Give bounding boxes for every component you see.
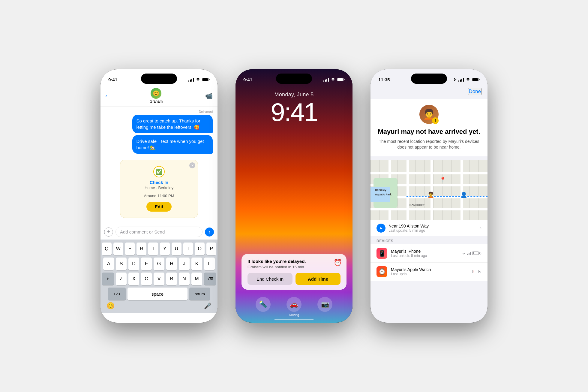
key-j[interactable]: J [179, 258, 190, 270]
key-m[interactable]: M [191, 273, 202, 285]
camera-icon[interactable]: 📷 [317, 297, 332, 312]
key-x[interactable]: X [128, 273, 139, 285]
key-r[interactable]: R [136, 243, 146, 255]
iphone-info: Mayuri's iPhone Last unlock: 5 min ago [391, 249, 458, 258]
video-call-button[interactable]: 📹 [205, 92, 213, 99]
signal-icon-2 [323, 78, 329, 82]
check-in-detail-1: Home · Berkeley [126, 185, 192, 190]
key-o[interactable]: O [195, 243, 205, 255]
status-icons-1 [188, 78, 210, 82]
svg-rect-1 [209, 79, 210, 80]
devices-section: DEVICES 📱 Mayuri's iPhone Last unlock: 5… [370, 237, 488, 281]
device-row-watch: ⌚ Mayuri's Apple Watch Last upda... › [370, 263, 488, 281]
key-h[interactable]: H [166, 258, 177, 270]
numbers-key[interactable]: 123 [108, 288, 126, 300]
edit-button[interactable]: Edit [146, 202, 172, 212]
key-n[interactable]: N [179, 273, 190, 285]
key-w[interactable]: W [113, 243, 123, 255]
key-f[interactable]: F [141, 258, 152, 270]
svg-rect-2 [202, 78, 208, 81]
add-time-button[interactable]: Add Time [296, 273, 340, 285]
space-key[interactable]: space [128, 288, 188, 300]
watch-name: Mayuri's Apple Watch [391, 267, 469, 272]
iphone-status: › [462, 251, 482, 256]
alert-title: Mayuri may not have arrived yet. [376, 128, 482, 136]
key-b[interactable]: B [166, 273, 177, 285]
camera-icon-wrap: 📷 [317, 297, 332, 317]
chevron-right-iphone: › [480, 251, 482, 256]
key-v[interactable]: V [154, 273, 164, 285]
key-t[interactable]: T [148, 243, 158, 255]
location-info: Near 190 Allston Way Last update: 5 min … [388, 224, 477, 233]
key-q[interactable]: Q [102, 243, 112, 255]
message-placeholder: Add comment or Send [120, 229, 165, 234]
mic-button[interactable]: 🎤 [204, 302, 212, 309]
phone3-screen: 11:35 [370, 69, 488, 323]
avatar-wrap: 🧑‍🦱 ! [419, 105, 439, 124]
device-row-iphone: 📱 Mayuri's iPhone Last unlock: 5 min ago [370, 244, 488, 263]
end-check-in-button[interactable]: End Check In [248, 273, 292, 285]
status-icons-2 [323, 78, 345, 82]
key-s[interactable]: S [116, 258, 127, 270]
contact-info: 😊 Graham [150, 88, 163, 104]
phone1-screen: 9:41 [100, 69, 218, 323]
phone-checkin-alert: 11:35 [370, 69, 488, 323]
notification-actions: End Check In Add Time [248, 273, 340, 285]
contact-avatar: 😊 [151, 88, 161, 99]
add-attachment-button[interactable]: + [104, 228, 113, 237]
send-button[interactable]: ↑ [205, 228, 214, 237]
signal-icon-1 [188, 78, 194, 82]
alert-subtitle: The most recent location reported by May… [376, 139, 482, 150]
iphone-wifi-icon [462, 252, 466, 255]
home-indicator-2 [274, 319, 314, 320]
road-v4 [460, 160, 463, 220]
map-label-aquatic: Aquatic Park [375, 193, 392, 196]
wifi-icon-2 [331, 78, 335, 81]
notification-subtitle: Graham will be notified in 15 min. [248, 265, 340, 269]
key-c[interactable]: C [141, 273, 152, 285]
key-z[interactable]: Z [116, 273, 127, 285]
key-d[interactable]: D [128, 258, 139, 270]
shift-key[interactable]: ⇧ [102, 273, 114, 285]
delete-key[interactable]: ⌫ [204, 273, 216, 285]
messages-body: Delivered So great to catch up. Thanks f… [100, 107, 218, 224]
key-y[interactable]: Y [160, 243, 170, 255]
flashlight-icon[interactable]: 🔦 [256, 297, 271, 312]
signal-icon-3 [458, 78, 464, 82]
dynamic-island-2 [276, 74, 312, 84]
location-name: Near 190 Allston Way [388, 224, 477, 228]
check-in-detail-2: Around 11:00 PM [126, 194, 192, 198]
road-h4 [370, 208, 488, 210]
done-button[interactable]: Done [468, 88, 482, 95]
key-e[interactable]: E [125, 243, 135, 255]
lockscreen-time: 9:41 [236, 99, 352, 125]
key-i[interactable]: I [183, 243, 193, 255]
close-button[interactable]: ✕ [189, 162, 195, 168]
key-p[interactable]: P [206, 243, 216, 255]
message-bubble-2: Drive safe—text me when you get home! 🏡 [132, 135, 213, 154]
message-input[interactable]: Add comment or Send [116, 227, 202, 237]
clock-icon: ⏰ [334, 259, 342, 267]
key-g[interactable]: G [154, 258, 164, 270]
mayuri-pin: 🧑‍🦱 [428, 191, 434, 198]
back-button[interactable]: ‹ [105, 93, 107, 99]
watch-info: Mayuri's Apple Watch Last upda... [391, 267, 469, 276]
route-line [406, 196, 488, 197]
notification-title: It looks like you're delayed. [248, 259, 340, 264]
status-icons-3 [454, 77, 480, 82]
key-k[interactable]: K [191, 258, 202, 270]
status-time-3: 11:35 [378, 77, 390, 82]
driving-icon[interactable]: 🚗 [286, 297, 302, 312]
road-v2 [406, 160, 409, 220]
keyboard-bottom-row: 123 space return [102, 288, 216, 300]
return-key[interactable]: return [189, 288, 210, 300]
driving-icon-wrap: 🚗 Driving [286, 297, 302, 317]
key-u[interactable]: U [172, 243, 182, 255]
key-a[interactable]: A [103, 258, 114, 270]
battery-icon-3 [472, 78, 480, 81]
emoji-button[interactable]: 😊 [106, 302, 115, 310]
map-view[interactable]: Berkeley Aquatic Park BANCROFT 📍 🧑‍🦱 👤 [370, 160, 488, 220]
message-bubble-1: So great to catch up. Thanks for letting… [132, 115, 213, 133]
key-l[interactable]: L [204, 258, 215, 270]
watch-battery [472, 270, 479, 273]
